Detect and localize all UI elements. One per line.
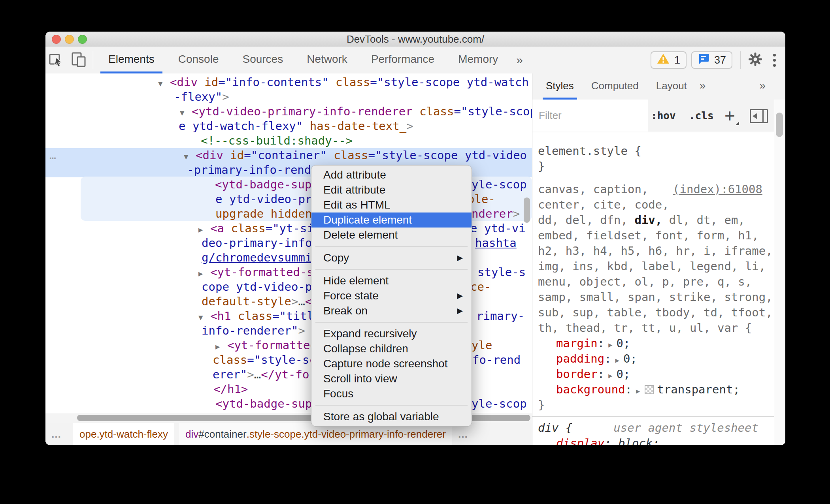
element-classes-button[interactable]: .cls <box>689 100 714 132</box>
css-line[interactable]: th, thead, tr, tt, u, ul, var { <box>538 320 774 336</box>
code-segment: <ytd-badge-supp <box>215 397 319 410</box>
tree-vertical-scrollbar[interactable] <box>524 197 530 223</box>
css-text: div { <box>538 421 572 434</box>
row-gutter-dots[interactable]: … <box>49 148 57 163</box>
styles-scrollbar-thumb[interactable] <box>776 113 783 137</box>
code-segment: g/chromedevsummit <box>202 251 319 264</box>
code-segment: > <box>247 368 254 381</box>
menu-item-edit-as-html[interactable]: Edit as HTML <box>311 197 472 213</box>
css-line[interactable]: display: block; <box>538 436 774 445</box>
message-count: 37 <box>714 54 726 66</box>
more-sidebar-tabs[interactable]: » <box>696 73 710 100</box>
tree-row[interactable]: ▼<ytd-video-primary-info-renderer class=… <box>45 104 532 119</box>
sidebar-tab-layout[interactable]: Layout <box>647 73 696 100</box>
devtools-window: DevTools - www.youtube.com/ <box>45 32 785 445</box>
menu-item-label: Duplicate element <box>323 214 412 226</box>
expand-property-icon[interactable]: ▶ <box>608 341 612 349</box>
submenu-arrow-icon: ▶ <box>457 250 463 265</box>
tree-row[interactable]: ▼<div id="info-contents" class="style-sc… <box>45 75 532 90</box>
tab-console[interactable]: Console <box>166 47 231 73</box>
code-segment: … <box>298 295 305 308</box>
menu-item-expand-recursively[interactable]: Expand recursively <box>311 326 472 341</box>
tree-row[interactable]: <!--css-build:shady--> <box>45 134 532 148</box>
color-swatch-icon[interactable] <box>645 385 654 394</box>
inspect-element-button[interactable] <box>45 51 68 70</box>
css-text: : <box>625 383 632 396</box>
menu-item-focus[interactable]: Focus <box>311 386 472 401</box>
css-line[interactable]: img, ins, kbd, label, legend, li, <box>538 259 774 274</box>
messages-badge[interactable]: 37 <box>691 51 732 69</box>
css-line[interactable]: padding:▶0; <box>538 351 774 367</box>
menu-item-collapse-children[interactable]: Collapse children <box>311 341 472 356</box>
code-segment: -primary-info-rend <box>187 163 311 177</box>
settings-button[interactable] <box>748 52 763 68</box>
gear-icon <box>748 52 763 68</box>
menu-item-add-attribute[interactable]: Add attribute <box>311 167 472 182</box>
expand-arrow-icon: ▶ <box>215 339 227 354</box>
toggle-pseudo-state-button[interactable]: :hov <box>651 100 676 132</box>
text-segment: nderer <box>472 207 513 220</box>
menu-item-duplicate-element[interactable]: Duplicate element <box>311 213 472 228</box>
more-options-button[interactable] <box>773 54 776 67</box>
menu-item-scroll-into-view[interactable]: Scroll into view <box>311 371 472 386</box>
menu-item-label: Collapse children <box>323 342 408 355</box>
tab-memory[interactable]: Memory <box>446 47 510 73</box>
main-toolbar: ElementsConsoleSourcesNetworkPerformance… <box>45 47 785 74</box>
tab-network[interactable]: Network <box>295 47 359 73</box>
menu-item-edit-attribute[interactable]: Edit attribute <box>311 182 472 197</box>
css-line[interactable]: sub, sup, table, tbody, td, tfoot, <box>538 305 774 320</box>
menu-item-label: Focus <box>323 387 353 400</box>
tab-elements[interactable]: Elements <box>96 47 166 73</box>
device-toolbar-button[interactable] <box>68 51 90 70</box>
styles-filter-input[interactable] <box>532 100 648 132</box>
sidebar-tab-styles[interactable]: Styles <box>537 73 583 100</box>
sidebar-dock-icon[interactable] <box>750 109 768 123</box>
tree-row[interactable]: …▼<div id="container" class="style-scope… <box>45 148 532 163</box>
expand-property-icon[interactable]: ▶ <box>636 387 640 395</box>
css-line[interactable]: element.style { <box>538 143 774 159</box>
menu-item-store-as-global-variable[interactable]: Store as global variable <box>311 409 472 424</box>
css-line[interactable]: center, cite, code, <box>538 197 774 213</box>
css-line[interactable]: menu, object, ol, p, pre, q, s, <box>538 274 774 290</box>
menu-item-break-on[interactable]: Break on▶ <box>311 303 472 318</box>
warnings-badge[interactable]: 1 <box>651 51 687 69</box>
css-line[interactable]: background:▶transparent; <box>538 382 774 397</box>
expand-property-icon[interactable]: ▶ <box>615 356 619 364</box>
css-line[interactable]: dd, del, dfn, div, dl, dt, em, <box>538 213 774 228</box>
css-line[interactable]: h2, h3, h4, h5, h6, hr, i, iframe, <box>538 243 774 259</box>
tab-sources[interactable]: Sources <box>230 47 295 73</box>
css-line[interactable]: } <box>538 159 774 174</box>
breadcrumb-overflow-left[interactable]: … <box>45 423 68 445</box>
sidebar-tab-computed[interactable]: Computed <box>583 73 647 100</box>
code-segment: ="style-scop <box>454 105 532 118</box>
css-line[interactable]: div {user agent stylesheet <box>538 420 774 436</box>
code-segment: class <box>224 222 266 235</box>
css-text: background <box>556 383 625 396</box>
menu-item-delete-element[interactable]: Delete element <box>311 228 472 243</box>
css-line[interactable]: canvas, caption,(index):61008 <box>538 182 774 197</box>
css-line[interactable]: } <box>538 397 774 413</box>
css-text: margin <box>556 337 598 350</box>
menu-item-hide-element[interactable]: Hide element <box>311 273 472 288</box>
stylesheet-source-link[interactable]: (index):61008 <box>673 182 762 197</box>
menu-item-capture-node-screenshot[interactable]: Capture node screenshot <box>311 356 472 371</box>
expand-property-icon[interactable]: ▶ <box>608 372 612 380</box>
code-segment: <yt-formatted-s <box>210 265 314 279</box>
css-line[interactable]: border:▶0; <box>538 367 774 382</box>
new-style-rule-button[interactable]: + <box>724 100 735 132</box>
breadcrumb-item-ytd-watch-flexy[interactable]: ope.ytd-watch-flexy <box>73 423 174 445</box>
menu-item-force-state[interactable]: Force state▶ <box>311 288 472 303</box>
css-line[interactable]: margin:▶0; <box>538 336 774 351</box>
more-panels-button[interactable]: » <box>510 47 529 73</box>
css-line[interactable]: embed, fieldset, font, form, h1, <box>538 228 774 243</box>
titlebar[interactable]: DevTools - www.youtube.com/ <box>45 32 785 47</box>
tree-row[interactable]: -flexy"> <box>45 90 532 104</box>
tab-performance[interactable]: Performance <box>359 47 446 73</box>
tree-row[interactable]: e ytd-watch-flexy" has-date-text_> <box>45 119 532 134</box>
menu-item-copy[interactable]: Copy▶ <box>311 250 472 265</box>
css-line[interactable]: samp, small, span, strike, strong, <box>538 290 774 305</box>
more-sidebar-tabs-button[interactable]: » <box>755 73 770 98</box>
text-segment: .style-scope.ytd-video-primary-info-rend… <box>247 428 446 440</box>
styles-scrollbar-track[interactable] <box>774 100 785 445</box>
css-text: img, ins, kbd, label, legend, li, <box>538 260 766 273</box>
